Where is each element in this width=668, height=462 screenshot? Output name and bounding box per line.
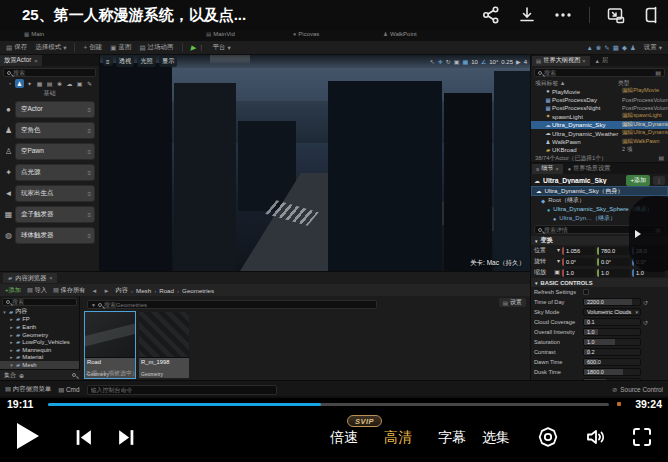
play-button-ue[interactable]: ▶⋮ bbox=[191, 44, 205, 52]
place-item-player-start[interactable]: ◄玩家出生点≡ bbox=[15, 185, 95, 202]
breadcrumb-item[interactable]: Geometries bbox=[182, 287, 214, 294]
slider-field[interactable]: 2200.0 bbox=[583, 298, 641, 306]
dropdown-field[interactable]: Volumetric Clouds bbox=[583, 308, 641, 316]
mode-select[interactable]: 选择模式▾ bbox=[35, 43, 66, 52]
reset-icon[interactable]: ↺ bbox=[643, 299, 648, 306]
back-icon[interactable]: ◄ bbox=[91, 287, 97, 294]
close-icon[interactable]: × bbox=[34, 58, 38, 64]
outliner-row[interactable]: ●PlayMovie编辑PlayMovie bbox=[531, 87, 668, 95]
outliner-row[interactable]: ▦PostProcessDayPostProcessVolume bbox=[531, 95, 668, 103]
filter-icon[interactable]: ▼ bbox=[91, 302, 96, 308]
lit-select[interactable]: 光照 bbox=[137, 56, 156, 67]
basic-controls-header[interactable]: ▾BASIC CONTROLS bbox=[531, 278, 668, 287]
pip-icon[interactable] bbox=[606, 5, 626, 25]
slider-field[interactable]: 1.0 bbox=[583, 338, 641, 346]
details-options-icon[interactable]: ⋮ bbox=[653, 176, 665, 185]
rotation-x[interactable]: 0.0° bbox=[562, 258, 595, 266]
tree-search[interactable] bbox=[2, 298, 77, 306]
dock-icon[interactable] bbox=[642, 5, 662, 25]
mesh-icon[interactable]: ▦ bbox=[613, 44, 619, 52]
save-button[interactable]: ▤保存 bbox=[6, 43, 27, 52]
ue-tab-picovas[interactable]: ●Picovas bbox=[293, 31, 319, 37]
animation-icon[interactable]: ♟ bbox=[630, 44, 636, 52]
slider-field[interactable]: 0.1 bbox=[583, 318, 641, 326]
place-actors-tab[interactable]: 放置Actor× bbox=[0, 55, 42, 66]
previous-episode-button[interactable] bbox=[73, 427, 94, 448]
fracture-icon[interactable]: ◆ bbox=[622, 44, 627, 52]
settings-select[interactable]: 设置▾ bbox=[644, 43, 662, 52]
breadcrumb-item[interactable]: 内容 bbox=[116, 286, 128, 295]
scale-x[interactable]: 1.0 bbox=[562, 269, 595, 277]
outliner-tab[interactable]: ▤世界大纲视图× bbox=[532, 56, 590, 66]
grid-snap-icon[interactable]: ▦ bbox=[463, 58, 469, 65]
share-icon[interactable] bbox=[481, 5, 501, 25]
details-tab[interactable]: ≡细节× bbox=[532, 164, 563, 174]
scale-tool-icon[interactable]: ▣ bbox=[454, 58, 460, 65]
rotation-y[interactable]: 0.0° bbox=[597, 258, 630, 266]
floating-widget[interactable] bbox=[629, 196, 668, 272]
foliage-icon[interactable]: ❀ bbox=[596, 44, 601, 52]
folder-row[interactable]: ▾▰Mesh bbox=[0, 361, 79, 369]
world-settings-tab[interactable]: ●世界场景设置 bbox=[564, 164, 614, 174]
component-self-row[interactable]: ☁Ultra_Dynamic_Sky（自身） bbox=[531, 186, 668, 196]
close-icon[interactable]: × bbox=[556, 166, 559, 172]
scale-snap-value[interactable]: 0.25 bbox=[501, 59, 513, 65]
folder-row[interactable]: ▸▰Mannequin bbox=[0, 346, 79, 354]
console-label[interactable]: ▤ Cmd bbox=[58, 386, 79, 394]
brush-icon[interactable]: ✎ bbox=[604, 44, 609, 52]
outliner-row[interactable]: ▦PostProcessNightPostProcessVolume bbox=[531, 104, 668, 112]
blueprint-button[interactable]: ▣蓝图 bbox=[110, 43, 131, 52]
ue-tab-mainvid[interactable]: ▤MainVid bbox=[206, 31, 235, 37]
settings-gear-icon[interactable] bbox=[536, 425, 560, 449]
breadcrumb-item[interactable]: Mesh bbox=[136, 287, 151, 294]
platforms-select[interactable]: 平台▾ bbox=[212, 43, 230, 52]
grid-snap-value[interactable]: 10 bbox=[471, 59, 478, 65]
reset-icon[interactable]: ↺ bbox=[643, 319, 648, 326]
collections-bar[interactable]: 集合⊕ bbox=[0, 369, 80, 380]
search-icon[interactable] bbox=[72, 373, 76, 377]
outliner-row[interactable]: ♟WalkPawn编辑WalkPawn bbox=[531, 137, 668, 145]
place-item-box-trigger[interactable]: ▦盒子触发器≡ bbox=[15, 206, 95, 223]
add-component-button[interactable]: +添加 bbox=[626, 175, 650, 186]
lights-icon[interactable]: ✦ bbox=[25, 79, 34, 88]
visual-icon[interactable]: ❀ bbox=[55, 79, 64, 88]
speed-button[interactable]: 倍速 bbox=[330, 429, 358, 447]
location-x[interactable]: 1.056 bbox=[562, 247, 595, 255]
slider-field[interactable]: 600.0 bbox=[583, 358, 641, 366]
lock-icon[interactable]: ▣ bbox=[554, 268, 560, 277]
next-episode-button[interactable] bbox=[116, 427, 137, 448]
cb-add-button[interactable]: +添加 bbox=[5, 286, 21, 295]
layers-tab[interactable]: ▲层 bbox=[591, 56, 613, 66]
close-icon[interactable]: × bbox=[582, 58, 585, 64]
download-icon[interactable] bbox=[517, 5, 537, 25]
asset-card[interactable]: R_m_1998Geometry bbox=[139, 312, 189, 378]
viewport-3d[interactable]: ≡ 透视 光照 显示 ↖ ✛ ↻ ▣ ▦10 ∠10° 0.25 ▶4 关卡: … bbox=[100, 55, 530, 271]
slider-field[interactable]: 1.0 bbox=[583, 328, 641, 336]
testing-icon[interactable]: ✎ bbox=[85, 79, 94, 88]
svip-badge[interactable]: SVIP bbox=[347, 415, 382, 427]
outliner-row[interactable]: ☁Ultra_Dynamic_Weather编辑Ultra_Dynamic_We… bbox=[531, 129, 668, 137]
content-drawer-button[interactable]: ▤ 内容侧滑菜单 bbox=[5, 385, 51, 394]
outliner-settings-icon[interactable]: ▤ bbox=[655, 69, 661, 76]
checkbox[interactable] bbox=[583, 289, 589, 295]
camera-speed-value[interactable]: 4 bbox=[524, 59, 527, 65]
folder-row[interactable]: ▸▰Geometry bbox=[0, 331, 79, 339]
add-collection-icon[interactable]: ⊕ bbox=[19, 372, 24, 379]
folder-row[interactable]: ▸▰Earth bbox=[0, 323, 79, 331]
outliner-row[interactable]: ✦spawnLight编辑spawnLight bbox=[531, 112, 668, 120]
forward-icon[interactable]: ► bbox=[103, 287, 109, 294]
play-button[interactable] bbox=[17, 423, 39, 449]
place-item-point-light[interactable]: ✦点光源≡ bbox=[15, 164, 95, 181]
fullscreen-icon[interactable] bbox=[630, 425, 654, 449]
shapes-icon[interactable]: ▦ bbox=[35, 79, 44, 88]
folder-row[interactable]: ▸▰LowPoly_Vehicles bbox=[0, 338, 79, 346]
asset-search[interactable]: ▼ bbox=[87, 300, 377, 309]
angle-snap-icon[interactable]: ∠ bbox=[481, 58, 486, 65]
folder-row[interactable]: ▸▰Material bbox=[0, 354, 79, 362]
content-browser-tab[interactable]: ▰内容浏览器× bbox=[3, 273, 57, 283]
place-search[interactable] bbox=[3, 68, 96, 77]
place-item-empty-pawn[interactable]: ♙空Pawn≡ bbox=[15, 143, 95, 160]
slider-field[interactable]: 1800.0 bbox=[583, 368, 641, 376]
cb-import-button[interactable]: ▤ 导入 bbox=[27, 286, 47, 295]
location-y[interactable]: 780.0 bbox=[597, 247, 630, 255]
